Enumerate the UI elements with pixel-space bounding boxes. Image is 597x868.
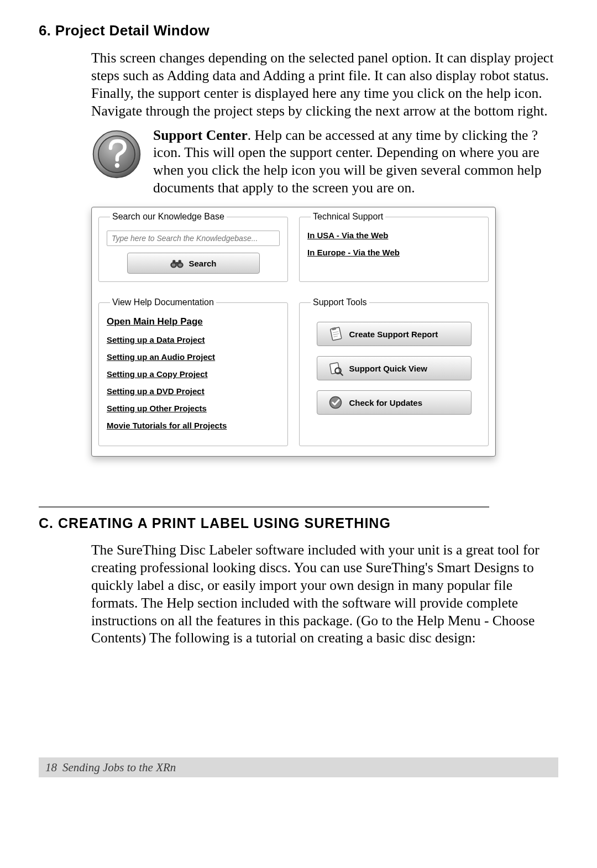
technical-support-group: Technical Support In USA - Via the Web I… <box>299 212 489 282</box>
help-doc-link-audio[interactable]: Setting up an Audio Project <box>107 352 280 362</box>
knowledge-base-search-input[interactable] <box>107 231 280 246</box>
support-center-paragraph: Support Center. Help can be accessed at … <box>153 127 558 197</box>
support-quick-view-label: Support Quick View <box>349 364 427 373</box>
help-docs-legend: View Help Documentation <box>110 297 216 307</box>
check-for-updates-label: Check for Updates <box>349 398 423 407</box>
help-doc-link-data[interactable]: Setting up a Data Project <box>107 335 280 344</box>
check-circle-icon <box>327 394 344 411</box>
search-button-label: Search <box>188 259 216 268</box>
section-divider <box>39 506 489 508</box>
page-footer: 18 Sending Jobs to the XRn <box>39 757 558 777</box>
clipboard-icon <box>327 326 344 342</box>
tech-support-link-europe[interactable]: In Europe - Via the Web <box>307 248 480 257</box>
knowledge-base-group: Search our Knowledge Base Search <box>98 212 288 282</box>
create-support-report-label: Create Support Report <box>349 330 438 339</box>
tech-support-link-usa[interactable]: In USA - Via the Web <box>307 231 480 240</box>
svg-point-2 <box>115 163 119 168</box>
svg-point-6 <box>179 263 182 266</box>
help-docs-group: View Help Documentation Open Main Help P… <box>98 297 288 446</box>
help-doc-link-dvd[interactable]: Setting up a DVD Project <box>107 386 280 396</box>
footer-title: Sending Jobs to the XRn <box>62 761 176 775</box>
knowledge-base-legend: Search our Knowledge Base <box>110 212 227 222</box>
binoculars-icon <box>170 257 184 269</box>
technical-support-legend: Technical Support <box>311 212 385 222</box>
help-icon <box>91 127 142 180</box>
svg-rect-7 <box>173 260 176 264</box>
support-center-screenshot: Search our Knowledge Base Search <box>91 207 496 457</box>
section-6-paragraph: This screen changes depending on the sel… <box>91 49 558 120</box>
check-for-updates-button[interactable]: Check for Updates <box>317 390 472 415</box>
magnifier-doc-icon <box>327 360 344 377</box>
section-c-paragraph: The SureThing Disc Labeler software incl… <box>91 541 558 647</box>
section-6-heading: 6. Project Detail Window <box>39 22 558 39</box>
create-support-report-button[interactable]: Create Support Report <box>317 322 472 346</box>
svg-rect-9 <box>176 262 179 264</box>
support-tools-legend: Support Tools <box>311 297 369 307</box>
svg-rect-8 <box>179 260 181 264</box>
help-doc-link-other[interactable]: Setting up Other Projects <box>107 404 280 413</box>
help-doc-link-tutorials[interactable]: Movie Tutorials for all Projects <box>107 421 280 430</box>
svg-point-5 <box>172 263 176 266</box>
help-doc-link-copy[interactable]: Setting up a Copy Project <box>107 369 280 379</box>
section-c-heading: C. Creating a Print Label Using SureThin… <box>39 515 558 531</box>
help-doc-link-main[interactable]: Open Main Help Page <box>107 316 280 327</box>
support-quick-view-button[interactable]: Support Quick View <box>317 356 472 380</box>
page-number: 18 <box>45 761 57 775</box>
support-tools-group: Support Tools Create Support Report <box>299 297 489 446</box>
knowledge-base-search-button[interactable]: Search <box>127 253 260 274</box>
svg-line-14 <box>340 373 343 375</box>
support-center-label: Support Center <box>153 127 248 143</box>
